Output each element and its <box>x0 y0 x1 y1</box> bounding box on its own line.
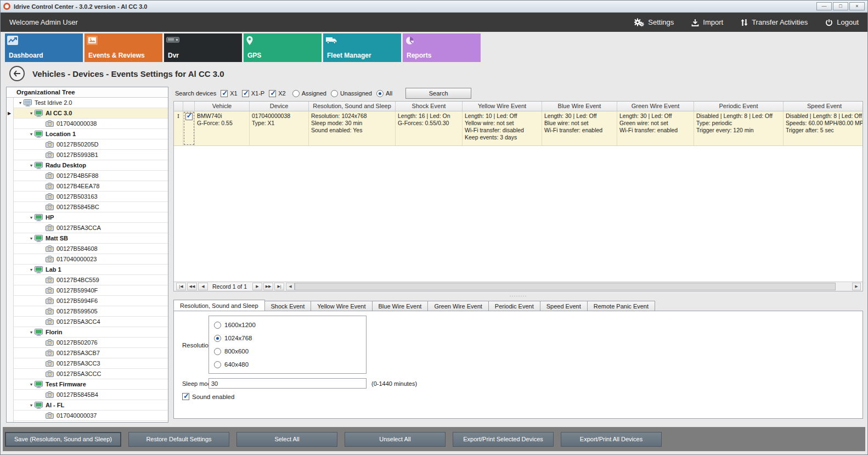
tree-device-item[interactable]: 017040000023 <box>14 254 168 265</box>
expand-arrow-icon[interactable]: ▾ <box>28 215 35 220</box>
tab-shock-event[interactable]: Shock Event <box>264 301 312 311</box>
splitter[interactable]: ········ <box>173 292 863 299</box>
sleep-mode-input[interactable] <box>208 378 367 389</box>
tree-group-item[interactable]: ▾Florin <box>14 327 168 338</box>
tab-resolution-sound-and-sleep[interactable]: Resolution, Sound and Sleep <box>173 300 265 311</box>
sound-enabled-checkbox[interactable]: Sound enabled <box>182 393 234 400</box>
expand-arrow-icon[interactable]: ▾ <box>28 403 35 408</box>
tree-group-item[interactable]: ▾Al CC 3.0 <box>14 108 168 119</box>
back-button[interactable] <box>9 66 25 81</box>
tree-group-item[interactable]: ▾Test Firmware <box>14 379 168 390</box>
maximize-button[interactable]: □ <box>833 2 848 10</box>
resolution-option-1024x768[interactable]: 1024x768 <box>209 332 366 345</box>
tree-device-item[interactable]: 00127B584608 <box>14 244 168 254</box>
filter-radio-assigned[interactable]: Assigned <box>292 90 326 97</box>
filter-radio-unassigned[interactable]: Unassigned <box>331 90 372 97</box>
tree-device-item[interactable]: 00127B59940F <box>14 285 168 296</box>
filter-checkbox-x1-p[interactable]: X1-P <box>242 90 264 97</box>
footer-button-restore-default-settings[interactable]: Restore Default Settings <box>128 432 229 447</box>
tab-speed-event[interactable]: Speed Event <box>540 301 588 311</box>
grid-column-header-blue-wire-event[interactable]: Blue Wire Event <box>542 102 617 111</box>
nav-tab-dvr[interactable]: Dvr <box>164 33 242 62</box>
tree-group-item[interactable]: ▾Lab 1 <box>14 265 168 275</box>
grid-horizontal-scrollbar[interactable]: ◀ ▶ <box>286 283 861 290</box>
tree-device-item[interactable]: 017040000037 <box>14 411 168 421</box>
tree-device-item[interactable]: 00127B503163 <box>14 192 168 202</box>
resolution-option-1600x1200[interactable]: 1600x1200 <box>209 318 366 332</box>
search-button[interactable]: Search <box>405 88 471 99</box>
expand-arrow-icon[interactable]: ▾ <box>28 111 35 116</box>
tree-group-item[interactable]: ▾Test Idrive 2.0 <box>14 98 168 108</box>
footer-button-save-resolution-sound-and-sleep[interactable]: Save (Resolution, Sound and Sleep) <box>5 432 121 447</box>
scrollbar-track[interactable] <box>295 283 852 290</box>
action-import[interactable]: Import <box>691 18 723 26</box>
tab-blue-wire-event[interactable]: Blue Wire Event <box>372 301 429 311</box>
nav-prev-icon[interactable]: ◀ <box>198 283 208 290</box>
tree-device-item[interactable]: 00127B5A3CC4 <box>14 317 168 327</box>
scroll-right-icon[interactable]: ▶ <box>852 283 861 290</box>
close-button[interactable]: × <box>849 2 865 10</box>
tree-device-item[interactable]: 00127B5845BC <box>14 202 168 212</box>
filter-checkbox-x2[interactable]: X2 <box>269 90 285 97</box>
tree-device-item[interactable]: 00127B5845B4 <box>14 390 168 400</box>
expand-arrow-icon[interactable]: ▾ <box>28 132 35 137</box>
tree-device-item[interactable]: 00127B599505 <box>14 306 168 317</box>
grid-column-header-yellow-wire-event[interactable]: Yellow Wire Event <box>463 102 542 111</box>
nav-tab-fleet-manager[interactable]: Fleet Manager <box>323 33 401 62</box>
grid-column-header-speed-event[interactable]: Speed Event <box>784 102 863 111</box>
nav-first-icon[interactable]: |◀ <box>176 283 186 290</box>
grid-column-header-shock-event[interactable]: Shock Event <box>396 102 463 111</box>
resolution-option-640x480[interactable]: 640x480 <box>209 358 366 371</box>
nav-tab-gps[interactable]: GPS <box>244 33 322 62</box>
filter-radio-all[interactable]: All <box>376 90 392 97</box>
tree-device-item[interactable]: 00127B50205D <box>14 139 168 150</box>
expand-arrow-icon[interactable]: ▾ <box>28 267 35 272</box>
footer-button-export-print-all-devices[interactable]: Export/Print All Devices <box>561 432 662 447</box>
minimize-button[interactable]: — <box>816 2 832 10</box>
nav-next-icon[interactable]: ▶ <box>252 283 262 290</box>
tree-device-item[interactable]: 00127B5A3CB7 <box>14 348 168 358</box>
scroll-left-icon[interactable]: ◀ <box>286 283 295 290</box>
tree-device-item[interactable]: 017040000038 <box>14 119 168 129</box>
row-checkbox-cell[interactable] <box>183 111 195 145</box>
tab-remote-panic-event[interactable]: Remote Panic Event <box>587 301 655 311</box>
action-settings[interactable]: Settings <box>634 18 674 27</box>
expand-arrow-icon[interactable]: ▾ <box>28 382 35 387</box>
footer-button-unselect-all[interactable]: Unselect All <box>345 432 446 447</box>
tree-device-item[interactable]: 00127B5993B1 <box>14 150 168 160</box>
expand-arrow-icon[interactable]: ▾ <box>17 100 24 105</box>
grid-column-header-green-wire-event[interactable]: Green Wire Event <box>617 102 694 111</box>
tree-device-item[interactable]: 00127B5994F6 <box>14 296 168 306</box>
tree-group-item[interactable]: ▾Matt SB <box>14 233 168 244</box>
grid-row[interactable]: IBMW740iG-Force: 0.55017040000038Type: X… <box>174 111 863 146</box>
action-transfer-activities[interactable]: Transfer Activities <box>741 18 808 26</box>
nav-next-page-icon[interactable]: ▶▶ <box>263 283 273 290</box>
grid-column-header-resolution-sound-and-sleep[interactable]: Resolution, Sound and Sleep <box>309 102 396 111</box>
filter-checkbox-x1[interactable]: X1 <box>221 90 237 97</box>
footer-button-export-print-selected-devices[interactable]: Export/Print Selected Devices <box>453 432 554 447</box>
nav-prev-page-icon[interactable]: ◀◀ <box>187 283 197 290</box>
tree-device-item[interactable]: 00127B5A3CCA <box>14 223 168 233</box>
tree-device-item[interactable]: 00127B4BC559 <box>14 275 168 285</box>
tree-group-item[interactable]: ▾Al - FL <box>14 400 168 411</box>
tab-yellow-wire-event[interactable]: Yellow Wire Event <box>311 301 372 311</box>
grid-column-header-device[interactable]: Device <box>250 102 309 111</box>
tab-periodic-event[interactable]: Periodic Event <box>488 301 540 311</box>
scrollbar-thumb[interactable] <box>295 283 835 290</box>
grid-column-header-periodic-event[interactable]: Periodic Event <box>694 102 784 111</box>
expand-arrow-icon[interactable]: ▾ <box>28 330 35 335</box>
expand-arrow-icon[interactable]: ▾ <box>28 236 35 241</box>
tree-group-item[interactable]: ▾Location 1 <box>14 129 168 139</box>
expand-arrow-icon[interactable]: ▾ <box>28 163 35 168</box>
action-logout[interactable]: Logout <box>825 18 859 26</box>
tree-device-item[interactable]: 00127B5A3CCC <box>14 369 168 379</box>
resolution-option-800x600[interactable]: 800x600 <box>209 345 366 358</box>
tree-group-item[interactable]: ▾Radu Desktop <box>14 160 168 171</box>
tree-device-item[interactable]: 00127B5A3CC3 <box>14 358 168 369</box>
nav-last-icon[interactable]: ▶| <box>274 283 284 290</box>
grid-column-header-vehicle[interactable]: Vehicle <box>195 102 250 111</box>
tree-device-item[interactable]: 00127B4EEA78 <box>14 181 168 192</box>
nav-tab-events-reviews[interactable]: Events & Reviews <box>84 33 162 62</box>
footer-button-select-all[interactable]: Select All <box>236 432 337 447</box>
tree-group-item[interactable]: ▾HP <box>14 212 168 223</box>
